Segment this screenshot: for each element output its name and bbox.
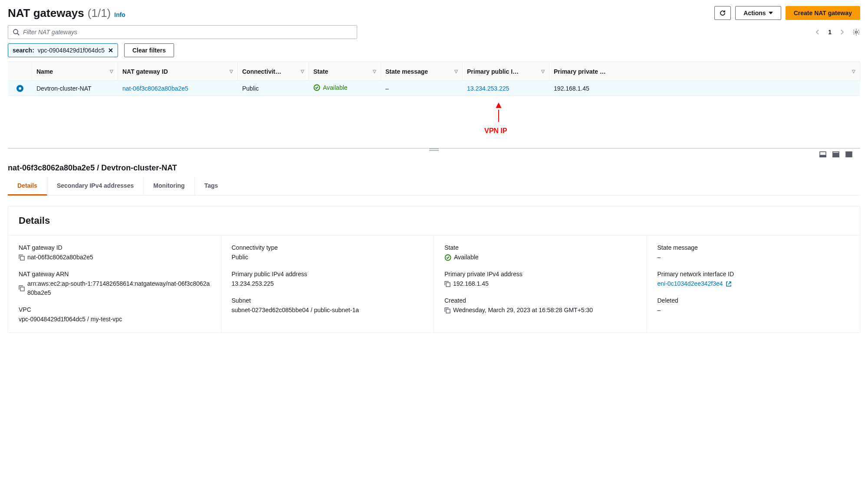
- page-next[interactable]: [839, 29, 845, 35]
- value-priv: 192.168.1.45: [453, 279, 489, 288]
- value-arn: arn:aws:ec2:ap-south-1:771482658614:natg…: [27, 279, 210, 297]
- cell-state: Available: [313, 84, 348, 91]
- value-nat-id: nat-06f3c8062a80ba2e5: [27, 253, 93, 262]
- svg-rect-12: [446, 309, 450, 313]
- search-input[interactable]: [23, 29, 352, 36]
- table-row[interactable]: Devtron-cluster-NAT nat-06f3c8062a80ba2e…: [8, 81, 860, 96]
- check-circle-icon: [313, 84, 320, 91]
- page-prev[interactable]: [815, 29, 820, 35]
- gear-icon: [852, 28, 860, 36]
- close-icon: [108, 48, 113, 53]
- chevron-right-icon: [839, 29, 845, 35]
- clear-filters-button[interactable]: Clear filters: [124, 43, 174, 57]
- panel-title: Details: [8, 206, 860, 235]
- value-vpc[interactable]: vpc-09048429d1f064dc5 / my-test-vpc: [19, 315, 210, 324]
- create-button[interactable]: Create NAT gateway: [786, 6, 860, 20]
- tab-tags[interactable]: Tags: [195, 177, 228, 195]
- svg-point-1: [855, 31, 858, 33]
- filter-chip-value: vpc-09048429d1f064dc5: [38, 47, 105, 54]
- cell-name: Devtron-cluster-NAT: [32, 85, 118, 92]
- label-vpc: VPC: [19, 306, 210, 313]
- col-name[interactable]: Name: [36, 68, 53, 75]
- check-circle-icon: [444, 254, 451, 261]
- value-subnet[interactable]: subnet-0273ed62c085bbe04 / public-subnet…: [232, 306, 424, 315]
- actions-label: Actions: [743, 10, 766, 16]
- sort-icon[interactable]: ▽: [301, 69, 304, 74]
- sort-icon[interactable]: ▽: [454, 69, 458, 74]
- item-count: (1/1): [88, 7, 111, 20]
- info-link[interactable]: Info: [114, 11, 125, 18]
- tab-details[interactable]: Details: [8, 177, 47, 196]
- tab-secondary[interactable]: Secondary IPv4 addresses: [47, 177, 144, 195]
- svg-rect-9: [20, 287, 24, 291]
- cell-pub-ip[interactable]: 13.234.253.225: [463, 85, 549, 92]
- label-pub: Primary public IPv4 address: [232, 271, 424, 278]
- value-created: Wednesday, March 29, 2023 at 16:58:28 GM…: [453, 306, 593, 315]
- tab-monitoring[interactable]: Monitoring: [144, 177, 194, 195]
- label-statemsg: State message: [658, 244, 850, 251]
- value-eni[interactable]: eni-0c1034d2ee342f3e4: [658, 279, 723, 288]
- value-state: Available: [454, 253, 479, 262]
- sort-icon[interactable]: ▽: [230, 69, 233, 74]
- svg-rect-8: [20, 256, 24, 260]
- svg-rect-6: [833, 153, 839, 157]
- page-title: NAT gateways: [8, 7, 84, 20]
- sort-icon[interactable]: ▽: [852, 69, 855, 74]
- col-priv-ip[interactable]: Primary private …: [554, 68, 606, 75]
- refresh-button[interactable]: [714, 6, 731, 20]
- label-nat-id: NAT gateway ID: [19, 244, 210, 251]
- value-deleted: –: [658, 306, 850, 315]
- label-conn: Connectivity type: [232, 244, 424, 251]
- cell-state-msg: –: [381, 85, 463, 92]
- copy-icon[interactable]: [19, 285, 25, 291]
- col-connectivity[interactable]: Connectivit…: [242, 68, 281, 75]
- label-subnet: Subnet: [232, 297, 424, 304]
- copy-icon[interactable]: [444, 307, 450, 313]
- svg-rect-11: [446, 283, 450, 287]
- annotation: ▲ VPN IP: [8, 96, 860, 148]
- value-statemsg: –: [658, 253, 850, 262]
- svg-rect-7: [846, 152, 852, 157]
- copy-icon[interactable]: [444, 281, 450, 287]
- search-input-wrap[interactable]: [8, 25, 357, 39]
- sort-icon[interactable]: ▽: [110, 69, 113, 74]
- svg-point-0: [13, 29, 18, 34]
- label-state: State: [444, 244, 636, 251]
- panel-bottom-icon[interactable]: [819, 151, 826, 157]
- row-radio[interactable]: [16, 85, 23, 92]
- panel-full-icon[interactable]: [832, 151, 839, 157]
- settings-button[interactable]: [852, 28, 860, 36]
- label-arn: NAT gateway ARN: [19, 271, 210, 278]
- annotation-label: VPN IP: [484, 127, 507, 135]
- details-panel: Details NAT gateway ID nat-06f3c8062a80b…: [8, 206, 860, 333]
- page-number: 1: [828, 29, 832, 36]
- chevron-left-icon: [815, 29, 820, 35]
- col-pub-ip[interactable]: Primary public I…: [467, 68, 519, 75]
- filter-chip[interactable]: search: vpc-09048429d1f064dc5: [8, 43, 118, 57]
- actions-button[interactable]: Actions: [735, 6, 781, 20]
- pane-splitter[interactable]: [8, 148, 860, 156]
- filter-chip-key: search:: [13, 47, 34, 54]
- cell-priv-ip: 192.168.1.45: [549, 85, 860, 92]
- grip-icon: [429, 148, 439, 151]
- panel-max-icon[interactable]: [845, 151, 852, 157]
- search-icon: [13, 29, 20, 36]
- col-id[interactable]: NAT gateway ID: [122, 68, 168, 75]
- nat-table: Name▽ NAT gateway ID▽ Connectivit…▽ Stat…: [8, 62, 860, 96]
- external-link-icon[interactable]: [726, 281, 732, 287]
- value-conn: Public: [232, 253, 424, 262]
- label-deleted: Deleted: [658, 297, 850, 304]
- svg-rect-4: [820, 155, 826, 157]
- cell-connectivity: Public: [238, 85, 309, 92]
- sort-icon[interactable]: ▽: [541, 69, 545, 74]
- sort-icon[interactable]: ▽: [373, 69, 376, 74]
- col-state-msg[interactable]: State message: [385, 68, 428, 75]
- col-state[interactable]: State: [313, 68, 328, 75]
- label-eni: Primary network interface ID: [658, 271, 850, 278]
- copy-icon[interactable]: [19, 255, 25, 261]
- label-priv: Primary private IPv4 address: [444, 271, 636, 278]
- filter-chip-close[interactable]: [108, 48, 113, 53]
- value-pub[interactable]: 13.234.253.225: [232, 279, 424, 288]
- cell-id[interactable]: nat-06f3c8062a80ba2e5: [118, 85, 238, 92]
- label-created: Created: [444, 297, 636, 304]
